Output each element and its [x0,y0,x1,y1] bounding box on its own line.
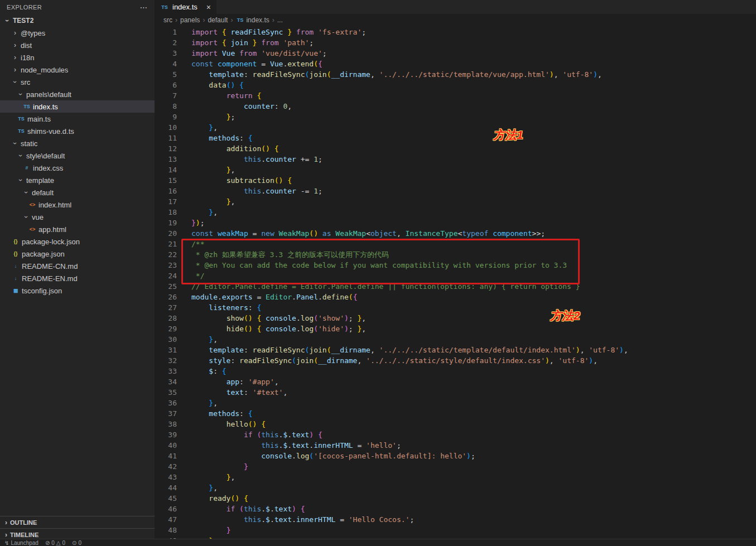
code-editor[interactable]: 1import { readFileSync } from 'fs-extra'… [155,27,756,546]
code-line-18[interactable]: 18 }, [155,207,756,218]
code-line-40[interactable]: 40 this.$.text.innerHTML = 'hello'; [155,440,756,451]
tree-item-app.html[interactable]: <>app.html [0,223,155,235]
code-line-47[interactable]: 47 this.$.text.innerHTML = 'Hello Cocos.… [155,514,756,525]
tree-item-template[interactable]: ›template [0,174,155,186]
tree-item-index.html[interactable]: <>index.html [0,199,155,211]
line-content: app: '#app', [191,376,279,387]
code-line-44[interactable]: 44 }, [155,482,756,493]
tree-item-label: node_modules [21,66,68,74]
code-line-12[interactable]: 12 addition() { [155,143,756,154]
code-line-14[interactable]: 14 }, [155,165,756,175]
tree-item-node_modules[interactable]: ›node_modules [0,64,155,76]
breadcrumb: src›panels›default›TSindex.ts›... [155,14,756,26]
code-line-29[interactable]: 29 hide() { console.log('hide'); }, [155,323,756,334]
status-problems[interactable]: ⊘ 0 △ 0 [45,540,65,546]
code-line-20[interactable]: 20const weakMap = new WeakMap() as WeakM… [155,228,756,239]
code-line-27[interactable]: 27 listeners: { [155,302,756,313]
code-line-43[interactable]: 43 }, [155,472,756,482]
line-number: 20 [155,228,177,239]
tree-item-dist[interactable]: ›dist [0,39,155,51]
tree-item-shims-vue.d.ts[interactable]: TSshims-vue.d.ts [0,125,155,137]
code-line-15[interactable]: 15 subtraction() { [155,175,756,186]
tree-item-style\default[interactable]: ›style\default [0,149,155,162]
code-line-4[interactable]: 4const component = Vue.extend({ [155,59,756,69]
code-line-37[interactable]: 37 methods: { [155,408,756,419]
file-tree: ›@types›dist›i18n›node_modules›src›panel… [0,27,155,297]
code-line-22[interactable]: 22 * @zh 如果希望兼容 3.3 之前的版本可以使用下方的代码 [155,249,756,260]
code-line-28[interactable]: 28 show() { console.log('show'); }, [155,313,756,323]
breadcrumb-item-src[interactable]: src [163,16,172,24]
code-line-8[interactable]: 8 counter: 0, [155,101,756,112]
code-line-7[interactable]: 7 return { [155,90,756,101]
code-line-39[interactable]: 39 if (this.$.text) { [155,429,756,440]
code-line-38[interactable]: 38 hello() { [155,419,756,429]
tree-item-package.json[interactable]: {}package.json [0,248,155,260]
code-line-26[interactable]: 26module.exports = Editor.Panel.define({ [155,292,756,302]
code-line-16[interactable]: 16 this.counter -= 1; [155,186,756,196]
tree-item-index.css[interactable]: #index.css [0,162,155,174]
code-line-36[interactable]: 36 }, [155,398,756,408]
code-line-23[interactable]: 23 * @en You can add the code below if y… [155,260,756,270]
code-line-17[interactable]: 17 }, [155,196,756,207]
code-line-41[interactable]: 41 console.log('[cocos-panel-html.defaul… [155,451,756,461]
breadcrumb-item-index.ts[interactable]: TSindex.ts [235,16,269,24]
code-line-30[interactable]: 30 }, [155,334,756,345]
code-line-6[interactable]: 6 data() { [155,80,756,90]
line-number: 32 [155,355,177,366]
code-line-33[interactable]: 33 $: { [155,366,756,376]
status-ports[interactable]: ⊙ 0 [72,540,81,546]
code-line-48[interactable]: 48 } [155,525,756,535]
close-icon[interactable]: × [206,3,211,12]
tree-item-default[interactable]: ›default [0,186,155,199]
tree-item-src[interactable]: ›src [0,76,155,88]
project-root[interactable]: › TEST2 [0,15,155,27]
tree-item-README-CN.md[interactable]: ↓README-CN.md [0,260,155,272]
chevron-right-icon: › [11,54,19,61]
code-line-3[interactable]: 3import Vue from 'vue/dist/vue'; [155,48,756,59]
code-line-46[interactable]: 46 if (this.$.text) { [155,504,756,514]
css-file-icon: # [22,165,31,171]
tree-item-package-lock.json[interactable]: {}package-lock.json [0,235,155,248]
tree-item-static[interactable]: ›static [0,137,155,149]
code-line-1[interactable]: 1import { readFileSync } from 'fs-extra'… [155,27,756,37]
breadcrumb-item-...[interactable]: ... [277,16,283,24]
line-content: }, [191,207,218,218]
breadcrumb-item-default[interactable]: default [208,16,228,24]
code-line-34[interactable]: 34 app: '#app', [155,376,756,387]
code-line-10[interactable]: 10 }, [155,122,756,133]
code-line-42[interactable]: 42 } [155,461,756,472]
tree-item-index.ts[interactable]: TSindex.ts [0,100,155,113]
code-line-13[interactable]: 13 this.counter += 1; [155,154,756,165]
tree-item-label: template [26,176,54,185]
code-line-35[interactable]: 35 text: '#text', [155,387,756,398]
code-line-25[interactable]: 25// Editor.Panel.define = Editor.Panel.… [155,281,756,292]
code-line-2[interactable]: 2import { join } from 'path'; [155,37,756,48]
line-number: 27 [155,302,177,313]
code-line-24[interactable]: 24 */ [155,270,756,281]
status-launchpad[interactable]: ↯ Launchpad [4,540,38,546]
tree-item-README-EN.md[interactable]: ↓README-EN.md [0,272,155,284]
code-line-9[interactable]: 9 }; [155,112,756,122]
line-number: 47 [155,514,177,525]
code-line-32[interactable]: 32 style: readFileSync(join(__dirname, '… [155,355,756,366]
breadcrumb-item-panels[interactable]: panels [180,16,200,24]
tree-item-panels\default[interactable]: ›panels\default [0,88,155,100]
code-line-11[interactable]: 11 methods: { [155,133,756,143]
code-line-31[interactable]: 31 template: readFileSync(join(__dirname… [155,345,756,355]
line-content: }, [191,196,235,207]
tree-item-@types[interactable]: ›@types [0,27,155,39]
tree-item-i18n[interactable]: ›i18n [0,51,155,64]
more-actions-icon[interactable]: ⋯ [140,3,148,12]
tree-item-main.ts[interactable]: TSmain.ts [0,113,155,125]
tab-index-ts[interactable]: TS index.ts × [155,0,216,14]
code-line-19[interactable]: 19}); [155,218,756,228]
code-line-5[interactable]: 5 template: readFileSync(join(__dirname,… [155,69,756,80]
outline-section[interactable]: › OUTLINE [0,516,155,528]
code-line-21[interactable]: 21/** [155,239,756,249]
code-line-45[interactable]: 45 ready() { [155,493,756,504]
line-content: show() { console.log('show'); }, [191,313,366,323]
tree-item-tsconfig.json[interactable]: ▦tsconfig.json [0,284,155,297]
chevron-right-icon: › [11,41,19,49]
line-content: }, [191,334,218,345]
tree-item-vue[interactable]: ›vue [0,211,155,223]
